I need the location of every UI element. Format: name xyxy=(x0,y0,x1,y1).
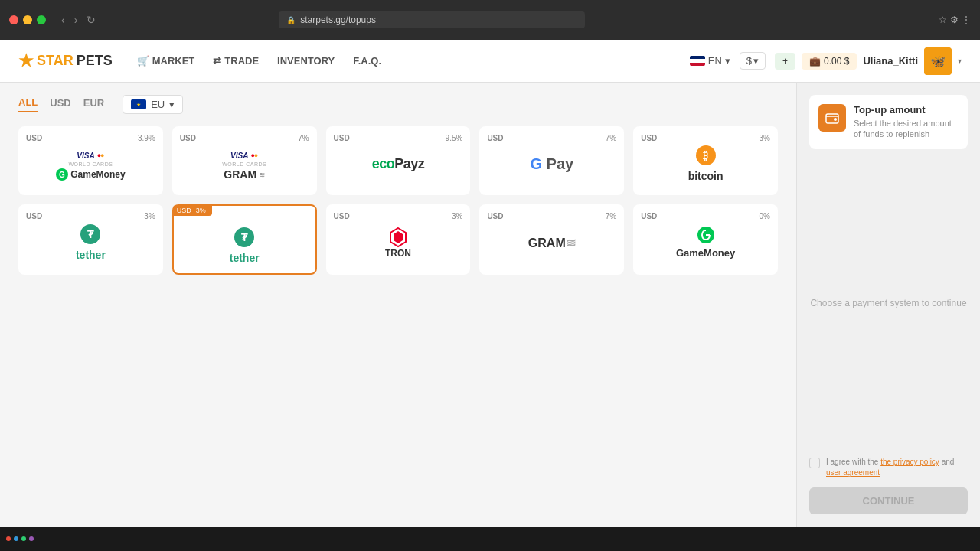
card-logo: ₮ tether xyxy=(76,224,106,261)
logo[interactable]: ★ STARPETS xyxy=(18,51,113,71)
card-logo: VISA ●● WORLD CARDS G GameMoney xyxy=(56,152,125,181)
selected-badge: USD 3% xyxy=(173,205,212,216)
left-panel: ALL USD EUR ★ EU ▾ USD 3.9% xyxy=(0,83,796,527)
payment-card-bitcoin[interactable]: USD 3% ₿ bitcoin xyxy=(633,126,778,195)
tether-icon: ₮ xyxy=(80,224,100,244)
continue-button[interactable]: CONTINUE xyxy=(809,487,968,514)
browser-navigation: ‹ › ↻ xyxy=(58,12,99,28)
gamemoney-icon-2 xyxy=(697,227,714,243)
logo-text: STAR xyxy=(37,53,74,69)
market-icon: 🛒 xyxy=(137,55,149,67)
add-funds-button[interactable]: + xyxy=(775,53,795,70)
tether-selected-icon: ₮ xyxy=(234,227,254,247)
filter-tab-eur[interactable]: EUR xyxy=(83,97,104,112)
back-button[interactable]: ‹ xyxy=(58,12,68,28)
menu-button[interactable]: ⋮ xyxy=(962,15,971,25)
forward-button[interactable]: › xyxy=(71,12,81,28)
payment-card-gamemoney-worldcards[interactable]: USD 3.9% VISA ●● WORLD CARDS G GameMoney xyxy=(18,126,163,195)
wallet-topup-icon xyxy=(825,110,840,126)
main-nav: 🛒 MARKET ⇄ TRADE INVENTORY F.A.Q. xyxy=(137,55,381,67)
filter-tabs: ALL USD EUR ★ EU ▾ xyxy=(18,95,778,114)
svg-text:🦋: 🦋 xyxy=(930,54,946,69)
svg-text:G: G xyxy=(59,171,65,179)
agree-checkbox[interactable] xyxy=(809,458,820,468)
taskbar-app-1 xyxy=(6,536,11,541)
nav-trade[interactable]: ⇄ TRADE xyxy=(213,55,259,67)
svg-point-9 xyxy=(834,118,837,121)
topup-icon xyxy=(818,104,846,132)
payment-card-ecopayz[interactable]: USD 9.5% ecoPayz xyxy=(326,126,471,195)
main-content: ALL USD EUR ★ EU ▾ USD 3.9% xyxy=(0,83,980,527)
tron-icon xyxy=(389,227,407,248)
username-label: Uliana_Kitti xyxy=(863,55,918,67)
user-agreement-link[interactable]: user agreement xyxy=(826,468,880,477)
nav-market[interactable]: 🛒 MARKET xyxy=(137,55,195,67)
card-logo: ecoPayz xyxy=(372,156,425,172)
topup-text: Top-up amount Select the desired amount … xyxy=(854,104,959,140)
payment-card-gamemoney[interactable]: USD 0% GameMoney xyxy=(633,204,778,275)
payment-card-gpay[interactable]: USD 7% G Pay xyxy=(479,126,624,195)
payment-card-gram-worldcards[interactable]: USD 7% VISA ●● WORLD CARDS GRAM ≋ xyxy=(172,126,317,195)
filter-tab-usd[interactable]: USD xyxy=(50,97,70,112)
taskbar-app-2 xyxy=(14,536,18,541)
region-selector[interactable]: ★ EU ▾ xyxy=(122,95,183,114)
payment-card-tron[interactable]: USD 3% TRON xyxy=(326,204,471,275)
header: ★ STARPETS 🛒 MARKET ⇄ TRADE INVENTORY F.… xyxy=(0,40,980,83)
minimize-window-button[interactable] xyxy=(23,15,32,24)
close-window-button[interactable] xyxy=(9,15,18,24)
url-text: starpets.gg/topups xyxy=(300,15,376,25)
payment-card-gram[interactable]: USD 7% GRAM≋ xyxy=(479,204,624,275)
currency-chevron-icon: ▾ xyxy=(753,55,759,67)
bookmark-button[interactable]: ☆ xyxy=(939,15,947,25)
card-logo: GameMoney xyxy=(676,227,735,259)
currency-selector[interactable]: $ ▾ xyxy=(740,52,766,70)
taskbar xyxy=(0,527,980,551)
extensions-button[interactable]: ⚙ xyxy=(950,15,959,25)
spacer xyxy=(809,158,968,289)
filter-tab-all[interactable]: ALL xyxy=(18,96,38,112)
agree-text: I agree with the the privacy policy and … xyxy=(826,457,968,478)
card-header: USD 3% xyxy=(334,212,463,220)
browser-actions: ☆ ⚙ ⋮ xyxy=(939,15,971,25)
wallet-balance-button[interactable]: 💼 0.00 $ xyxy=(802,53,857,70)
wallet-icon: 💼 xyxy=(809,56,821,67)
spacer-2 xyxy=(809,318,968,448)
card-logo: ₿ bitcoin xyxy=(688,145,724,182)
nav-inventory[interactable]: INVENTORY xyxy=(277,55,335,67)
user-dropdown-arrow[interactable]: ▾ xyxy=(958,57,962,65)
card-header: USD 9.5% xyxy=(334,134,463,142)
taskbar-app-3 xyxy=(21,536,26,541)
card-header: USD 3% xyxy=(641,134,770,142)
card-logo: VISA ●● WORLD CARDS GRAM ≋ xyxy=(222,152,266,181)
maximize-window-button[interactable] xyxy=(37,15,46,24)
svg-marker-5 xyxy=(394,231,403,243)
card-header: USD 3% xyxy=(26,212,155,220)
payment-card-tether-2[interactable]: USD 3% ₮ tether xyxy=(172,204,317,275)
flag-eu-icon: ★ xyxy=(131,99,146,109)
page: ★ STARPETS 🛒 MARKET ⇄ TRADE INVENTORY F.… xyxy=(0,40,980,527)
gamemoney-icon: G xyxy=(56,168,68,181)
card-logo: GRAM≋ xyxy=(528,236,576,250)
flag-uk-icon xyxy=(690,56,705,66)
address-bar[interactable]: 🔒 starpets.gg/topups xyxy=(279,11,585,28)
topup-amount-box: Top-up amount Select the desired amount … xyxy=(809,95,968,149)
privacy-policy-link[interactable]: the privacy policy xyxy=(880,458,939,466)
card-logo: G Pay xyxy=(530,155,573,173)
logo-pets-text: PETS xyxy=(77,53,113,69)
card-header: USD 7% xyxy=(487,212,616,220)
card-header: USD 7% xyxy=(180,134,309,142)
lang-chevron-icon: ▾ xyxy=(725,55,730,67)
agree-row: I agree with the the privacy policy and … xyxy=(809,457,968,478)
region-chevron-icon: ▾ xyxy=(169,99,175,110)
language-selector[interactable]: EN ▾ xyxy=(690,55,730,67)
avatar[interactable]: 🦋 xyxy=(924,47,952,75)
payment-card-tether-1[interactable]: USD 3% ₮ tether xyxy=(18,204,163,275)
nav-faq[interactable]: F.A.Q. xyxy=(353,55,381,67)
browser-window-controls xyxy=(9,15,46,24)
plus-icon: + xyxy=(782,56,788,67)
user-info: + 💼 0.00 $ Uliana_Kitti 🦋 ▾ xyxy=(775,47,962,75)
right-panel: Top-up amount Select the desired amount … xyxy=(796,83,980,527)
refresh-button[interactable]: ↻ xyxy=(83,12,99,28)
card-logo: ₮ tether xyxy=(230,227,260,264)
browser-chrome: ‹ › ↻ 🔒 starpets.gg/topups ☆ ⚙ ⋮ xyxy=(0,0,980,40)
